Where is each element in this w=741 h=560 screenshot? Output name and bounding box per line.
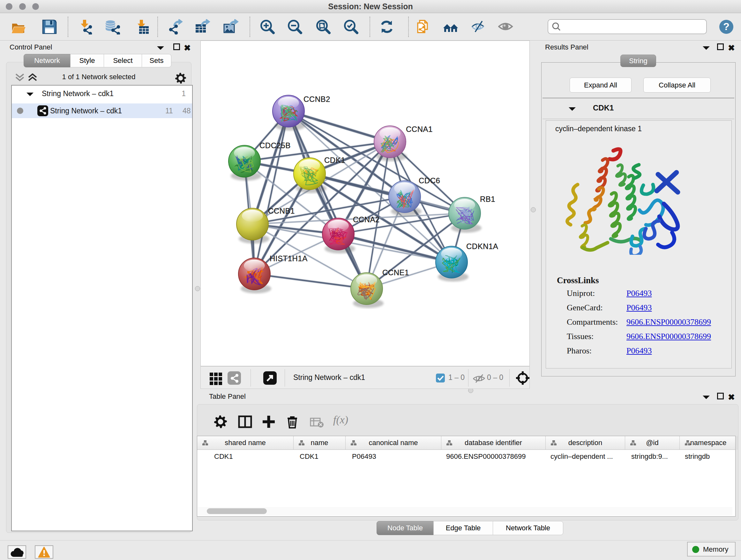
svg-text:CCNA2: CCNA2 — [353, 215, 380, 224]
svg-text:CCNB2: CCNB2 — [304, 95, 330, 104]
svg-text:?: ? — [723, 21, 730, 32]
svg-text:CCNA1: CCNA1 — [406, 125, 433, 133]
svg-text:CDC6: CDC6 — [419, 176, 440, 185]
svg-text:CDC25B: CDC25B — [259, 141, 291, 150]
svg-text:HIST1H1A: HIST1H1A — [270, 254, 308, 263]
svg-text:CDKN1A: CDKN1A — [466, 242, 498, 251]
svg-text:RB1: RB1 — [480, 195, 495, 203]
svg-text:CCNB1: CCNB1 — [268, 206, 295, 215]
svg-text:CDK1: CDK1 — [324, 156, 345, 165]
svg-text:CCNE1: CCNE1 — [382, 268, 409, 277]
